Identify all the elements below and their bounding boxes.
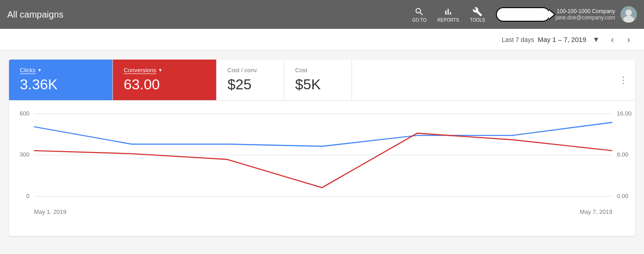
cost-metric: Cost $5K <box>284 60 352 100</box>
clicks-label: Clicks ▼ <box>20 67 102 74</box>
date-bar: Last 7 days May 1 – 7, 2019 ▼ ‹ › <box>0 29 644 51</box>
account-tag-wrapper[interactable] <box>496 7 550 22</box>
cost-value: $5K <box>295 76 341 93</box>
account-email: jane.doe@company.com <box>556 14 615 21</box>
conversions-value: 63.00 <box>124 76 205 93</box>
page-title: All campaigns <box>7 9 412 20</box>
account-section: 100-100-1000 Company jane.doe@company.co… <box>496 6 637 23</box>
cost-label: Cost <box>295 67 341 74</box>
more-options-button[interactable]: ⋮ <box>619 75 628 84</box>
company-name: 100-100-1000 Company <box>556 8 615 14</box>
svg-text:0: 0 <box>26 193 29 199</box>
svg-point-1 <box>625 9 632 16</box>
clicks-value: 3.36K <box>20 76 102 93</box>
svg-text:8.00: 8.00 <box>617 152 628 158</box>
cost-per-conv-metric: Cost / conv. $25 <box>217 60 284 100</box>
date-bar-content: Last 7 days May 1 – 7, 2019 ▼ ‹ › <box>502 33 635 46</box>
prev-date-button[interactable]: ‹ <box>606 33 619 46</box>
clicks-line <box>34 122 612 146</box>
conversions-line <box>34 133 612 188</box>
reports-action[interactable]: REPORTS <box>437 7 459 23</box>
bar-chart-icon <box>443 7 453 17</box>
date-range-label: Last 7 days <box>502 36 534 43</box>
conversions-metric[interactable]: Conversions ▼ 63.00 <box>113 60 217 100</box>
svg-text:600: 600 <box>19 110 29 117</box>
tag-arrow-inner <box>549 10 554 19</box>
main-content: Clicks ▼ 3.36K Conversions ▼ 63.00 Cost … <box>0 51 644 245</box>
reports-label: REPORTS <box>437 18 459 23</box>
chart-card: Clicks ▼ 3.36K Conversions ▼ 63.00 Cost … <box>9 60 635 236</box>
goto-action[interactable]: GO TO <box>412 7 426 23</box>
avatar-image <box>621 6 637 23</box>
search-icon <box>414 7 424 17</box>
account-info: 100-100-1000 Company jane.doe@company.co… <box>556 8 615 21</box>
header-actions: GO TO REPORTS TOOLS 100-100-1000 Company <box>412 6 637 23</box>
svg-text:300: 300 <box>19 152 29 158</box>
cost-per-conv-label: Cost / conv. <box>227 67 273 74</box>
svg-text:May 1, 2019: May 1, 2019 <box>34 208 66 215</box>
date-range-value: May 1 – 7, 2019 <box>537 36 586 43</box>
chart-area: 600 300 0 16.00 8.00 0.00 <box>9 101 635 236</box>
conversions-label: Conversions ▼ <box>124 67 205 74</box>
svg-text:0.00: 0.00 <box>617 193 628 199</box>
metric-spacer: ⋮ <box>352 60 635 100</box>
svg-text:May 7, 2019: May 7, 2019 <box>580 208 612 215</box>
metrics-row: Clicks ▼ 3.36K Conversions ▼ 63.00 Cost … <box>9 60 635 101</box>
tools-action[interactable]: TOOLS <box>470 7 485 23</box>
clicks-dropdown-icon: ▼ <box>37 68 42 73</box>
cost-per-conv-value: $25 <box>227 76 273 93</box>
date-dropdown-icon[interactable]: ▼ <box>590 33 602 46</box>
svg-text:16.00: 16.00 <box>617 110 632 117</box>
chart-svg: 600 300 0 16.00 8.00 0.00 <box>9 101 635 222</box>
tools-label: TOOLS <box>470 18 485 23</box>
clicks-metric[interactable]: Clicks ▼ 3.36K <box>9 60 113 100</box>
header: All campaigns GO TO REPORTS TOOLS <box>0 0 644 29</box>
account-tag <box>496 7 550 22</box>
wrench-icon <box>473 7 482 17</box>
conversions-dropdown-icon: ▼ <box>158 68 162 73</box>
avatar[interactable] <box>621 6 637 23</box>
goto-label: GO TO <box>412 18 426 23</box>
next-date-button[interactable]: › <box>622 33 635 46</box>
